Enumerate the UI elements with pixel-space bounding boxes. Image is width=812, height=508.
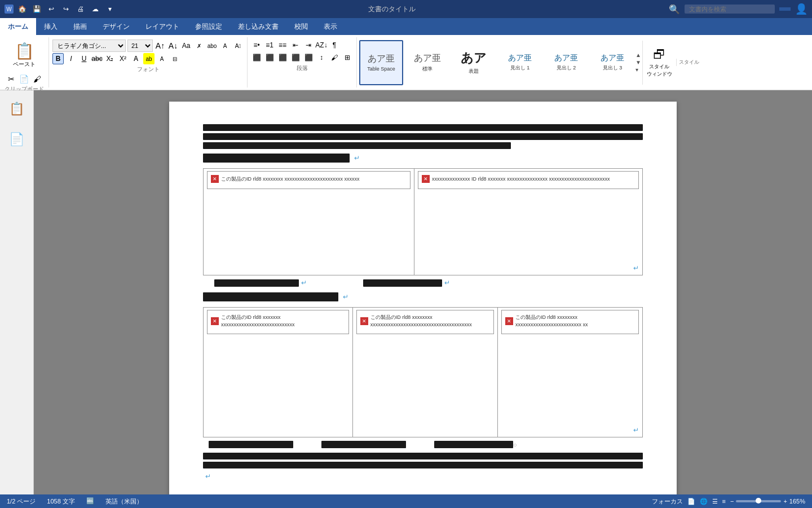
sidebar-item-clipboard[interactable]: 📄 bbox=[3, 125, 31, 154]
caption-2-3-wrapper: ○ bbox=[434, 441, 517, 448]
clear-format-button[interactable]: ✗ bbox=[193, 40, 205, 51]
copy-button[interactable]: 📄 bbox=[17, 74, 30, 84]
style-item-hyodai[interactable]: あア 表題 bbox=[452, 40, 496, 85]
tab-mailmerge[interactable]: 差し込み文書 bbox=[230, 18, 286, 35]
focus-button[interactable]: フォーカス bbox=[652, 497, 683, 506]
line-spacing-button[interactable]: ↕ bbox=[316, 52, 327, 63]
comment-close-5[interactable]: ✕ bbox=[505, 317, 513, 325]
comment-text-1: この製品のID rld8 xxxxxxxx xxxxxxxxxxxxxxxxxx… bbox=[221, 176, 360, 183]
language[interactable]: 英語（米国） bbox=[105, 497, 143, 506]
share-button[interactable] bbox=[779, 7, 791, 11]
decrease-indent-button[interactable]: ⇤ bbox=[290, 40, 301, 51]
border-button[interactable]: ⊞ bbox=[342, 52, 353, 63]
outline-view-icon[interactable]: ☰ bbox=[712, 498, 718, 505]
underline-button[interactable]: U bbox=[78, 53, 90, 64]
show-para-button[interactable]: ¶ bbox=[329, 40, 340, 51]
justify-button[interactable]: ⬛ bbox=[290, 52, 301, 63]
sidebar-clipboard-icon: 📄 bbox=[9, 132, 24, 147]
char-shade-button[interactable]: A bbox=[156, 53, 167, 64]
tab-view[interactable]: 表示 bbox=[316, 18, 345, 35]
main-area: 📋 📄 ↵ bbox=[0, 90, 812, 494]
redacted-line-bottom-1 bbox=[203, 453, 643, 459]
tab-home[interactable]: ホーム bbox=[0, 18, 36, 35]
highlight-button[interactable]: ab bbox=[143, 53, 155, 64]
font-select[interactable]: ヒラギノ角ゴシ... bbox=[52, 40, 126, 52]
increase-indent-button[interactable]: ⇥ bbox=[303, 40, 314, 51]
redo-tool[interactable]: ↪ bbox=[61, 4, 71, 14]
style-window-button[interactable]: 🗗 スタイル ウィンドウ bbox=[642, 41, 676, 85]
cell-content-1-2: ✕ xxxxxxxxxxxxxxx ID rld8 xxxxxxx xxxxxx… bbox=[414, 169, 642, 275]
numbered-list-button[interactable]: ≡1 bbox=[264, 40, 275, 51]
italic-button[interactable]: I bbox=[65, 53, 77, 64]
bullet-list-button[interactable]: ≡• bbox=[251, 40, 262, 51]
more-tool[interactable]: ▾ bbox=[105, 4, 115, 14]
style-item-midashi1[interactable]: あア亜 見出し 1 bbox=[498, 40, 542, 85]
align-center-button[interactable]: ⬛ bbox=[264, 52, 275, 63]
subscript-button[interactable]: X₂ bbox=[104, 53, 116, 64]
char-border-button[interactable]: ⊟ bbox=[169, 53, 180, 64]
cloud-tool[interactable]: ☁ bbox=[90, 4, 100, 14]
font-size-select[interactable]: 21 bbox=[127, 40, 153, 52]
styles-up-button[interactable]: ▲ bbox=[636, 52, 641, 58]
comment-box-1: ✕ この製品のID rld8 xxxxxxxx xxxxxxxxxxxxxxxx… bbox=[207, 171, 411, 189]
multilevel-list-button[interactable]: ≡≡ bbox=[277, 40, 288, 51]
sidebar-item-paste[interactable]: 📋 bbox=[3, 95, 31, 123]
comment-box-4: ✕ この製品のID rld8 xxxxxxxx xxxxxxxxxxxxxxxx… bbox=[356, 310, 494, 334]
comment-close-2[interactable]: ✕ bbox=[422, 175, 430, 183]
styles-more-button[interactable]: ▾ bbox=[636, 67, 641, 73]
font-grow-button[interactable]: A↑ bbox=[155, 40, 166, 51]
superscript-button[interactable]: X² bbox=[117, 53, 129, 64]
status-left: 1/2 ページ 1058 文字 🔤 英語（米国） bbox=[7, 497, 143, 506]
distributed-button[interactable]: ⬛ bbox=[303, 52, 314, 63]
zoom-in-button[interactable]: + bbox=[783, 498, 787, 505]
print-view-icon[interactable]: 📄 bbox=[687, 498, 695, 505]
search-input[interactable] bbox=[685, 5, 775, 14]
home-tool[interactable]: 🏠 bbox=[17, 4, 27, 14]
user-avatar[interactable]: 👤 bbox=[795, 3, 807, 15]
text-color-button[interactable]: A bbox=[130, 53, 142, 64]
tab-insert[interactable]: 挿入 bbox=[36, 18, 65, 35]
redacted-block-bottom: ↵ bbox=[203, 453, 643, 481]
tab-design[interactable]: デザイン bbox=[95, 18, 138, 35]
caption-2-2-wrapper bbox=[321, 441, 406, 448]
format-painter-button[interactable]: 🖌 bbox=[32, 74, 43, 84]
tab-review[interactable]: 校閲 bbox=[286, 18, 316, 35]
return-area-2: ↵ bbox=[501, 424, 639, 435]
captions-row-2: ○ bbox=[203, 441, 643, 448]
zoom-slider[interactable] bbox=[736, 500, 781, 502]
style-item-table-space[interactable]: あア亜 Table Space bbox=[359, 40, 403, 85]
comment-close-3[interactable]: ✕ bbox=[211, 317, 219, 325]
font-case-button[interactable]: Aa bbox=[180, 40, 192, 51]
styles-down-button[interactable]: ▼ bbox=[636, 59, 641, 65]
comment-box-5: ✕ この製品のID rld8 xxxxxxxx xxxxxxxxxxxxxxxx… bbox=[501, 310, 639, 334]
sort-button[interactable]: AZ↓ bbox=[316, 40, 327, 51]
comment-close-1[interactable]: ✕ bbox=[211, 175, 219, 183]
style-item-hyojun[interactable]: あア亜 標準 bbox=[405, 40, 449, 85]
print-tool[interactable]: 🖨 bbox=[76, 4, 86, 14]
zoom-out-button[interactable]: − bbox=[730, 498, 734, 505]
comment-close-4[interactable]: ✕ bbox=[360, 317, 368, 325]
save-tool[interactable]: 💾 bbox=[32, 4, 42, 14]
draft-view-icon[interactable]: ≡ bbox=[722, 498, 726, 505]
styles-chevrons: ▲ ▼ ▾ bbox=[634, 52, 642, 73]
tab-reference[interactable]: 参照設定 bbox=[187, 18, 230, 35]
text-format-button[interactable]: A bbox=[219, 40, 231, 51]
style-item-midashi3[interactable]: あア亜 見出し 3 bbox=[590, 40, 634, 85]
undo-tool[interactable]: ↩ bbox=[46, 4, 56, 14]
spell-icon[interactable]: 🔤 bbox=[86, 497, 94, 506]
align-left-button[interactable]: ⬛ bbox=[251, 52, 262, 63]
document-area[interactable]: ↵ ✕ この製品のID rld8 xxxxxxxx xxxxxxxxxxxxxx… bbox=[34, 90, 812, 494]
tab-draw[interactable]: 描画 bbox=[65, 18, 95, 35]
cut-button[interactable]: ✂ bbox=[6, 74, 16, 84]
align-right-button[interactable]: ⬛ bbox=[277, 52, 288, 63]
web-view-icon[interactable]: 🌐 bbox=[700, 498, 708, 505]
bold-button[interactable]: B bbox=[52, 53, 64, 64]
paste-button[interactable]: 📋 ペースト bbox=[11, 40, 38, 71]
shading-button[interactable]: 🖌 bbox=[329, 52, 340, 63]
tab-layout[interactable]: レイアウト bbox=[138, 18, 187, 35]
font-shrink-button[interactable]: A↓ bbox=[167, 40, 179, 51]
ruby-button[interactable]: A⃝ bbox=[232, 40, 244, 51]
style-item-midashi2[interactable]: あア亜 見出し 2 bbox=[544, 40, 588, 85]
furigana-button[interactable]: abo bbox=[206, 40, 218, 51]
strikethrough-button[interactable]: abc bbox=[91, 53, 103, 64]
